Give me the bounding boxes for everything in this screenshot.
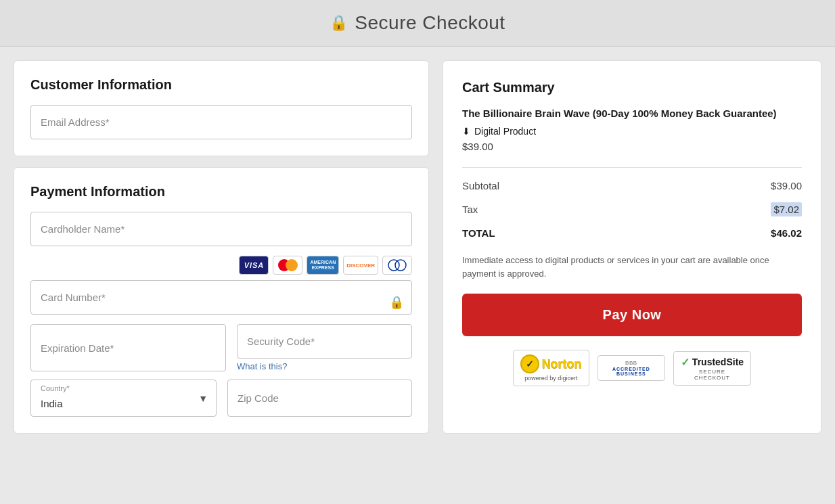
- download-icon: ⬇: [462, 126, 470, 137]
- card-brand-icons: VISA AMERICANEXPRESS DISCOVER: [30, 256, 412, 275]
- cart-title: Cart Summary: [462, 80, 802, 95]
- country-zip-row: Country* India United States United King…: [30, 380, 412, 417]
- payment-info-title: Payment Information: [30, 184, 412, 200]
- subtotal-label: Subtotal: [462, 180, 499, 191]
- left-panel: Customer Information Payment Information…: [14, 60, 429, 434]
- country-select-wrapper: Country* India United States United King…: [30, 380, 217, 417]
- main-layout: Customer Information Payment Information…: [0, 47, 835, 447]
- access-notice: Immediate access to digital products or …: [462, 254, 802, 280]
- total-value: $46.02: [771, 227, 802, 239]
- norton-sub: powered by digicert: [524, 375, 577, 382]
- cardholder-name-field[interactable]: [30, 212, 412, 246]
- trusted-checkout-text: CHECKOUT: [694, 375, 730, 381]
- customer-info-title: Customer Information: [30, 77, 412, 93]
- subtotal-value: $39.00: [771, 180, 802, 191]
- diners-svg: [386, 258, 409, 272]
- bbb-accredited-text: ACCREDITED: [612, 367, 650, 371]
- svg-point-0: [388, 260, 399, 271]
- trust-badges: ✓ Norton powered by digicert BBB ACCREDI…: [462, 350, 802, 386]
- bbb-business-text: BUSINESS: [616, 371, 646, 376]
- mastercard-icon: [273, 256, 302, 275]
- zip-code-field[interactable]: [227, 380, 412, 417]
- payment-info-card: Payment Information VISA AMERICANEXPRESS…: [14, 167, 429, 434]
- tax-label: Tax: [462, 204, 478, 215]
- trusted-check-icon: ✓: [681, 356, 690, 369]
- product-name: The Billionaire Brain Wave (90-Day 100% …: [462, 106, 802, 120]
- total-row: TOTAL $46.02: [462, 227, 802, 239]
- divider-1: [462, 167, 802, 168]
- discover-icon: DISCOVER: [343, 256, 378, 275]
- checkout-header: 🔒 Secure Checkout: [0, 0, 835, 47]
- total-label: TOTAL: [462, 227, 495, 239]
- card-number-wrapper: 🔒: [30, 280, 412, 324]
- tax-row: Tax $7.02: [462, 202, 802, 216]
- diners-icon: [382, 256, 412, 275]
- security-col: What is this?: [237, 324, 412, 371]
- trusted-secure-text: SECURE: [699, 369, 725, 375]
- zip-wrapper: [227, 380, 412, 417]
- page-title: Secure Checkout: [355, 12, 505, 34]
- card-number-field[interactable]: [30, 280, 412, 315]
- expiry-security-row: What is this?: [30, 324, 412, 371]
- subtotal-row: Subtotal $39.00: [462, 180, 802, 191]
- bbb-top-text: BBB: [625, 360, 637, 366]
- what-is-this-link[interactable]: What is this?: [237, 361, 412, 371]
- norton-logo-row: ✓ Norton: [520, 354, 582, 373]
- norton-badge: ✓ Norton powered by digicert: [513, 350, 589, 386]
- norton-check-icon: ✓: [520, 354, 539, 373]
- lock-icon: 🔒: [330, 14, 348, 32]
- trustedsite-badge: ✓ TrustedSite SECURE CHECKOUT: [673, 351, 751, 386]
- trusted-top-row: ✓ TrustedSite: [681, 356, 744, 369]
- country-label: Country*: [41, 384, 70, 392]
- norton-text: Norton: [542, 357, 582, 371]
- pay-now-button[interactable]: Pay Now: [462, 294, 802, 336]
- card-lock-icon: 🔒: [389, 295, 404, 310]
- digital-product-label: Digital Product: [474, 126, 536, 137]
- svg-point-1: [395, 260, 406, 271]
- digital-product-row: ⬇ Digital Product: [462, 126, 802, 137]
- cart-summary-panel: Cart Summary The Billionaire Brain Wave …: [443, 60, 821, 434]
- security-code-field[interactable]: [237, 324, 412, 359]
- bbb-badge: BBB ACCREDITED BUSINESS: [597, 355, 665, 381]
- customer-info-card: Customer Information: [14, 60, 429, 156]
- expiration-field[interactable]: [30, 324, 226, 371]
- visa-icon: VISA: [239, 256, 269, 275]
- amex-icon: AMERICANEXPRESS: [307, 256, 339, 275]
- tax-value: $7.02: [771, 202, 802, 216]
- product-price: $39.00: [462, 141, 802, 152]
- email-field[interactable]: [30, 105, 412, 139]
- trusted-site-text: TrustedSite: [692, 357, 744, 367]
